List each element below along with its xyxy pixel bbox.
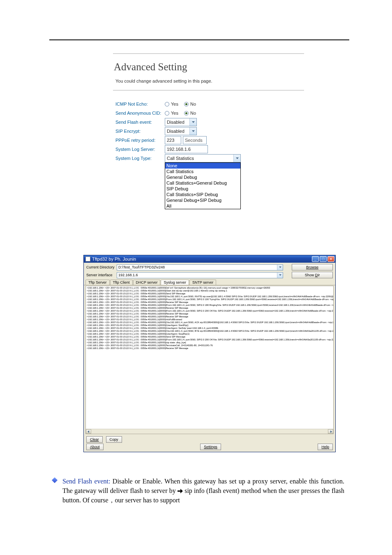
label-flash: Send Flash event: xyxy=(115,120,165,125)
select-iface-value: 192.168.1.6 xyxy=(118,273,138,277)
scrollbar-horizontal[interactable] xyxy=(86,429,333,434)
tab-syslog-server[interactable]: Syslog server xyxy=(161,280,189,285)
radio-icmp-no-label: No xyxy=(190,102,196,106)
label-sip: SIP Encrypt: xyxy=(115,129,165,134)
footer-buttons: About Settings Help xyxy=(84,444,335,452)
browse-button[interactable]: Browse xyxy=(292,264,333,271)
label-anon: Send Anonymous CID: xyxy=(115,111,165,116)
row-syslogsrv: System Log Server: 192.168.1.6 xyxy=(115,145,304,154)
copy-button[interactable]: Copy xyxy=(106,436,122,443)
label-pppoe: PPPoE retry period: xyxy=(115,138,165,143)
label-pppoe-unit: Seconds xyxy=(183,136,207,144)
scroll-track[interactable] xyxy=(91,429,328,434)
chevron-down-icon xyxy=(277,265,283,270)
row-curdir: Current Directory D:\Test_Tool\TFTPD32\v… xyxy=(84,263,335,272)
radio-icmp-no[interactable] xyxy=(184,102,189,106)
chevron-down-icon xyxy=(189,127,196,135)
bottom-buttons: Clear Copy xyxy=(84,435,335,444)
dropdown-option[interactable]: General Debug+SIP Debug xyxy=(165,197,240,203)
select-sip-value: Disabled xyxy=(167,129,184,134)
bullet-text: Send Flash event: Disable or Enable. Whe… xyxy=(62,476,344,505)
help-button[interactable]: Help xyxy=(318,444,333,450)
log-lines: <192.168.1.206> <15> 2007-01-03 15:22 0-… xyxy=(86,286,333,350)
clear-button[interactable]: Clear xyxy=(86,436,103,443)
radio-icmp-yes-label: Yes xyxy=(171,102,178,106)
radio-anon-no-label: No xyxy=(190,111,196,116)
settings-button[interactable]: Settings xyxy=(200,444,221,450)
input-syslog-server[interactable]: 192.168.1.6 xyxy=(165,145,208,153)
row-flash: Send Flash event: Disabled xyxy=(115,118,304,127)
advanced-setting-panel: Advanced Setting You could change advanc… xyxy=(113,53,304,163)
row-syslogtype: System Log Type: Call Statistics None Ca… xyxy=(115,154,304,163)
page-subtitle: You could change advanced setting in thi… xyxy=(113,77,304,90)
select-curdir[interactable]: D:\Test_Tool\TFTPD32\v248 xyxy=(117,264,283,271)
tab-sntp-server[interactable]: SNTP server xyxy=(189,280,216,285)
scroll-left-icon[interactable] xyxy=(86,429,91,434)
radio-icmp-yes[interactable] xyxy=(165,102,169,106)
label-iface: Server interface xyxy=(86,273,115,277)
tab-tftp-server[interactable]: Tftp Server xyxy=(85,280,110,285)
minimize-button[interactable]: _ xyxy=(312,256,319,262)
label-icmp: ICMP Not Echo: xyxy=(115,102,165,106)
select-flash[interactable]: Disabled xyxy=(165,118,197,126)
dropdown-option[interactable]: None xyxy=(165,163,240,169)
window-title: Tftpd32 by Ph. Jounin xyxy=(92,257,136,261)
select-syslog-type[interactable]: Call Statistics xyxy=(165,154,241,162)
dropdown-option[interactable]: All xyxy=(165,203,240,209)
row-anon: Send Anonymous CID: Yes No xyxy=(115,109,304,118)
tabs: Tftp Server Tftp Client DHCP server Sysl… xyxy=(84,280,335,285)
select-curdir-value: D:\Test_Tool\TFTPD32\v248 xyxy=(118,265,165,269)
bullet-sip-info: sip info xyxy=(184,487,205,494)
select-syslog-type-value: Call Statistics xyxy=(167,156,194,161)
row-iface: Server interface 192.168.1.6 Show Dir xyxy=(84,272,335,280)
select-iface[interactable]: 192.168.1.6 xyxy=(117,272,283,278)
dropdown-syslog-type[interactable]: None Call Statistics General Debug Call … xyxy=(165,162,241,209)
chevron-down-icon xyxy=(277,273,283,278)
scroll-right-icon[interactable] xyxy=(328,429,333,434)
arrow-icon xyxy=(178,487,183,494)
radio-anon-yes[interactable] xyxy=(165,111,169,116)
form-area: ICMP Not Echo: Yes No Send Anonymous CID… xyxy=(113,99,304,163)
select-sip[interactable]: Disabled xyxy=(165,127,197,135)
input-pppoe[interactable]: 223 xyxy=(165,136,181,144)
dropdown-option[interactable]: SIP Debug xyxy=(165,186,240,192)
bullet-paragraph: Send Flash event: Disable or Enable. Whe… xyxy=(53,476,344,505)
chevron-down-icon xyxy=(233,155,240,162)
about-button[interactable]: About xyxy=(86,444,104,450)
dropdown-option[interactable]: General Debug xyxy=(165,174,240,180)
log-pane[interactable]: <192.168.1.206> <15> 2007-01-03 15:22 0-… xyxy=(85,286,334,434)
tftpd32-window: Tftpd32 by Ph. Jounin _ □ × Current Dire… xyxy=(83,255,336,452)
page-title: Advanced Setting xyxy=(113,54,304,77)
dropdown-option[interactable]: Call Statistics xyxy=(165,169,240,174)
radio-anon-yes-label: Yes xyxy=(171,111,178,116)
dropdown-option[interactable]: Call Statistics+General Debug xyxy=(165,180,240,186)
bullet-icon xyxy=(52,477,58,483)
dropdown-option[interactable]: Call Statistics+SIP Debug xyxy=(165,192,240,197)
row-icmp: ICMP Not Echo: Yes No xyxy=(115,99,304,109)
row-sip: SIP Encrypt: Disabled xyxy=(115,127,304,136)
bullet-lead: Send Flash event: xyxy=(62,478,113,485)
row-pppoe: PPPoE retry period: 223 Seconds xyxy=(115,136,304,145)
page-top-rule xyxy=(49,39,349,40)
radio-anon-no[interactable] xyxy=(184,111,189,116)
select-flash-value: Disabled xyxy=(167,120,184,125)
titlebar[interactable]: Tftpd32 by Ph. Jounin _ □ × xyxy=(84,255,335,263)
app-icon xyxy=(85,257,90,261)
label-syslogtype: System Log Type: xyxy=(115,156,165,161)
tab-tftp-client[interactable]: Tftp Client xyxy=(110,280,133,285)
tab-dhcp-server[interactable]: DHCP server xyxy=(133,280,161,285)
chevron-down-icon xyxy=(189,118,196,126)
close-button[interactable]: × xyxy=(327,256,334,262)
label-syslogsrv: System Log Server: xyxy=(115,147,165,152)
showdir-button[interactable]: Show Dir xyxy=(292,272,333,278)
label-curdir: Current Directory xyxy=(86,265,115,269)
maximize-button[interactable]: □ xyxy=(320,256,327,262)
